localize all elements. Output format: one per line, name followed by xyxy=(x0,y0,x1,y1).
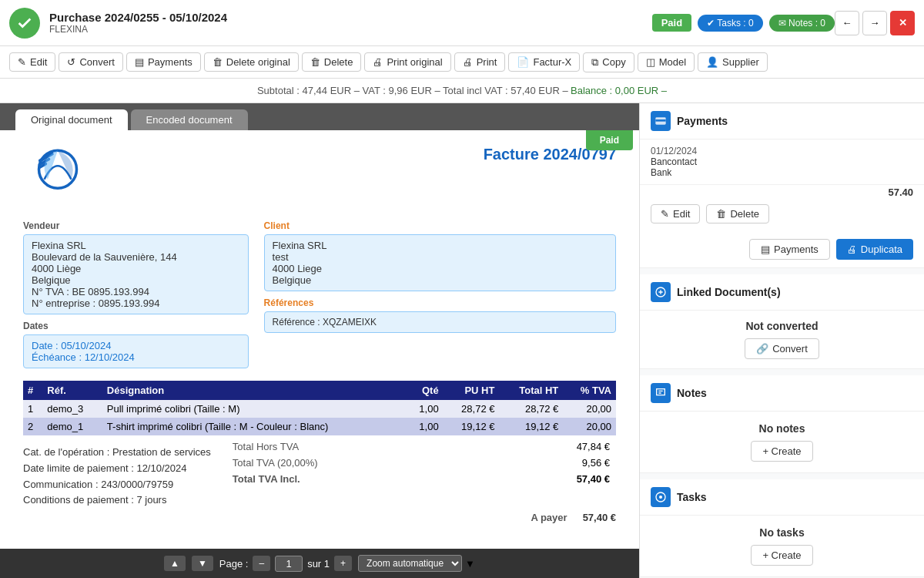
payments-icon: ▤ xyxy=(135,56,144,68)
notes-section-icon xyxy=(651,383,671,403)
payments-footer: ▤ Payments 🖨 Duplicata xyxy=(640,231,924,267)
notes-header: Notes xyxy=(640,375,924,412)
next-button[interactable]: → xyxy=(862,11,887,35)
paid-badge: Paid xyxy=(652,14,691,32)
print-duplicata-icon: 🖨 xyxy=(847,244,857,255)
supplier-button[interactable]: 👤 Supplier xyxy=(698,52,768,72)
delete-original-icon: 🗑 xyxy=(213,56,223,68)
tasks-header: Tasks xyxy=(640,479,924,516)
pdf-minus-button[interactable]: – xyxy=(253,556,270,571)
a-payer-row: A payer 57,40 € xyxy=(23,512,616,523)
model-button[interactable]: ◫ Model xyxy=(638,52,695,72)
print-original-button[interactable]: 🖨 Print original xyxy=(364,52,450,72)
payment-edit-button[interactable]: ✎ Edit xyxy=(651,204,700,223)
factur-x-button[interactable]: 📄 Factur-X xyxy=(508,52,580,72)
tab-original[interactable]: Original document xyxy=(15,109,128,130)
linked-documents-header: Linked Document(s) xyxy=(640,274,924,311)
convert-button[interactable]: ↺ Convert xyxy=(59,52,123,72)
reference-info: Référence : XQZAMEIXK xyxy=(264,311,616,333)
factur-x-icon: 📄 xyxy=(517,56,529,68)
payment-delete-button[interactable]: 🗑 Delete xyxy=(706,204,769,223)
vendor-info: Flexina SRL Boulevard de la Sauvenière, … xyxy=(23,234,249,314)
vendor-label: Vendeur xyxy=(23,220,249,231)
duplicata-button[interactable]: 🖨 Duplicata xyxy=(836,239,913,260)
balance-text: Balance : 0,00 EUR – xyxy=(571,85,667,96)
no-notes-text: No notes xyxy=(651,422,913,435)
summary-bar: Subtotal : 47,44 EUR – VAT : 9,96 EUR – … xyxy=(0,79,924,103)
linked-convert-button[interactable]: 🔗 Convert xyxy=(745,338,819,359)
no-tasks-text: No tasks xyxy=(651,526,913,539)
document-panel: Original document Encoded document Paid xyxy=(0,103,639,578)
header-navigation: ← → ✕ xyxy=(835,11,915,35)
payments-button[interactable]: ▤ Payments xyxy=(126,52,201,72)
delete-icon: 🗑 xyxy=(716,208,726,220)
zoom-chevron-icon: ▼ xyxy=(465,558,475,570)
not-converted: Not converted 🔗 Convert xyxy=(640,311,924,368)
total-incl-label: Total TVA Incl. xyxy=(226,471,492,487)
client-label: Client xyxy=(264,220,616,231)
pdf-toolbar: ▲ ▼ Page : – sur 1 + Zoom automatique ▼ xyxy=(0,549,639,578)
a-payer-label: A payer xyxy=(531,512,567,523)
col-num: # xyxy=(23,381,42,400)
notes-section: Notes No notes + Create xyxy=(640,375,924,473)
delete-original-button[interactable]: 🗑 Delete original xyxy=(204,52,299,72)
dates-label: Dates xyxy=(23,321,249,331)
payment-amount: 57.40 xyxy=(640,185,924,200)
tasks-badge[interactable]: ✔ Tasks : 0 xyxy=(698,15,762,32)
document-title: Purchase 2024/0255 - 05/10/2024 xyxy=(49,11,640,24)
supplier-icon: 👤 xyxy=(706,56,718,68)
delete-button[interactable]: 🗑 Delete xyxy=(302,52,362,72)
copy-icon: ⧉ xyxy=(591,56,598,69)
col-designation: Désignation xyxy=(102,381,406,400)
print-original-icon: 🖨 xyxy=(373,56,383,68)
table-row: 1demo_3Pull imprimé colibri (Taille : M)… xyxy=(23,400,616,418)
payment-bank: Bank xyxy=(651,167,913,178)
pdf-up-button[interactable]: ▲ xyxy=(164,556,186,571)
header-badges: Paid ✔ Tasks : 0 ✉ Notes : 0 xyxy=(652,14,835,32)
create-note-button[interactable]: + Create xyxy=(751,441,812,462)
total-ht-value: 47,84 € xyxy=(492,439,616,455)
print-icon: 🖨 xyxy=(463,56,473,68)
payments-title: Payments xyxy=(677,115,728,127)
arrow-left-icon: ← xyxy=(842,17,852,29)
total-tva-value: 9,56 € xyxy=(492,455,616,471)
zoom-select[interactable]: Zoom automatique xyxy=(358,555,462,572)
copy-button[interactable]: ⧉ Copy xyxy=(583,52,634,72)
edit-button[interactable]: ✎ Edit xyxy=(9,52,55,72)
payments-footer-icon: ▤ xyxy=(761,244,770,255)
linked-title: Linked Document(s) xyxy=(677,286,781,298)
payments-header: Payments xyxy=(640,103,924,139)
col-qty: Qté xyxy=(406,381,444,400)
print-button[interactable]: 🖨 Print xyxy=(454,52,506,72)
pdf-pagination: Page : – sur 1 + xyxy=(219,556,352,572)
total-incl-value: 57,40 € xyxy=(492,471,616,487)
create-task-button[interactable]: + Create xyxy=(751,545,812,566)
page-number-input[interactable] xyxy=(275,556,303,572)
payment-date: 01/12/2024 xyxy=(651,146,913,156)
pdf-down-button[interactable]: ▼ xyxy=(192,556,213,571)
close-button[interactable]: ✕ xyxy=(890,11,915,35)
notes-badge[interactable]: ✉ Notes : 0 xyxy=(769,15,835,32)
payment-actions: ✎ Edit 🗑 Delete xyxy=(640,200,924,231)
prev-button[interactable]: ← xyxy=(835,11,859,35)
col-pu: PU HT xyxy=(444,381,500,400)
not-converted-text: Not converted xyxy=(651,320,913,332)
a-payer-value: 57,40 € xyxy=(583,512,616,523)
total-ht-label: Total Hors TVA xyxy=(226,439,492,455)
refs-label: Références xyxy=(264,297,616,308)
payments-footer-button[interactable]: ▤ Payments xyxy=(749,239,830,260)
page-header: Purchase 2024/0255 - 05/10/2024 FLEXINA … xyxy=(0,0,924,46)
pdf-plus-button[interactable]: + xyxy=(334,556,352,571)
right-column: Client Flexina SRL test 4000 Liege Belgi… xyxy=(264,214,616,375)
page-label: Page : xyxy=(219,558,249,570)
no-notes: No notes + Create xyxy=(640,412,924,472)
invoice-header: Facture 2024/0797 xyxy=(23,146,616,202)
col-tva: % TVA xyxy=(563,381,616,400)
delete-icon: 🗑 xyxy=(310,56,320,68)
status-icon xyxy=(9,8,40,39)
tab-encoded[interactable]: Encoded document xyxy=(131,109,248,130)
arrow-right-icon: → xyxy=(870,17,880,29)
page-total: sur 1 xyxy=(307,558,330,570)
no-tasks: No tasks + Create xyxy=(640,516,924,576)
model-icon: ◫ xyxy=(646,56,655,68)
